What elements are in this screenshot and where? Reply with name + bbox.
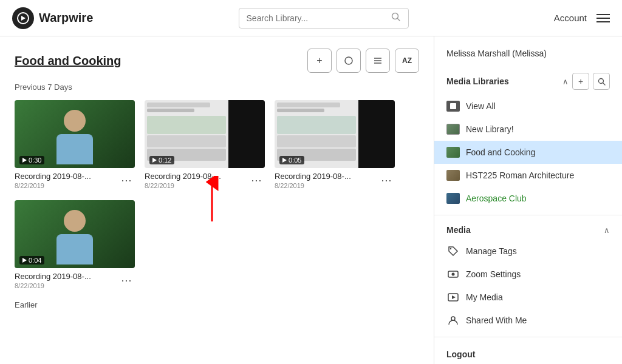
search-library-button[interactable]	[593, 73, 610, 90]
video-more-button[interactable]: ⋯	[248, 172, 265, 189]
circle-button[interactable]	[337, 49, 361, 73]
svg-point-13	[452, 273, 455, 276]
header-right: Account	[554, 13, 610, 23]
svg-point-11	[450, 248, 451, 249]
sidebar-item-my-media[interactable]: My Media	[434, 286, 622, 309]
video-thumbnail: 0:04	[15, 200, 135, 268]
svg-point-3	[345, 57, 352, 64]
earlier-section-label: Earlier	[15, 300, 419, 309]
video-more-button[interactable]: ⋯	[118, 272, 135, 289]
person-figure	[50, 104, 99, 164]
collapse-media-icon[interactable]: ∧	[604, 226, 610, 235]
video-duration: 0:05	[279, 156, 304, 164]
video-info: Recording 2019-08-... 8/22/2019 ⋯	[145, 168, 265, 190]
add-library-button[interactable]: +	[572, 73, 589, 90]
video-duration: 0:30	[19, 156, 44, 164]
sidebar-item-label: New Library!	[466, 124, 514, 134]
video-thumbnail: 0:30	[15, 100, 135, 168]
video-info: Recording 2019-08-... 8/22/2019 ⋯	[275, 168, 395, 190]
video-card: 0:12 Recording 2019-08-... 8/22/2019 ⋯	[145, 100, 265, 190]
new-library-icon	[446, 123, 460, 136]
video-info: Recording 2019-08-... 8/22/2019 ⋯	[15, 168, 135, 190]
search-input[interactable]	[247, 13, 386, 23]
video-date: 8/22/2019	[145, 182, 248, 189]
play-icon	[22, 258, 27, 263]
sidebar-item-aerospace[interactable]: Aerospace Club	[434, 187, 622, 210]
add-button[interactable]: +	[307, 49, 332, 73]
video-more-button[interactable]: ⋯	[378, 172, 395, 189]
sidebar-media-title: Media	[446, 225, 471, 235]
person-icon	[446, 314, 460, 327]
roman-icon	[446, 169, 460, 182]
sidebar-item-label: Food and Cooking	[466, 147, 535, 157]
video-date: 8/22/2019	[15, 282, 118, 289]
page-title-row: Food and Cooking + AZ	[15, 49, 419, 73]
play-icon	[282, 158, 287, 163]
logout-button[interactable]: Logout	[434, 342, 622, 364]
sort-az-button[interactable]: AZ	[395, 49, 419, 73]
play-icon	[22, 158, 27, 163]
my-media-icon	[446, 291, 460, 304]
search-icon	[391, 12, 401, 24]
collapse-libraries-icon[interactable]: ∧	[562, 77, 569, 86]
recent-section-label: Previous 7 Days	[15, 83, 419, 92]
sidebar-user: Melissa Marshall (Melissa)	[434, 46, 622, 68]
sidebar-media-header: Media ∧	[434, 220, 622, 240]
sidebar-item-label: HST225 Roman Architecture	[466, 170, 574, 180]
video-card: 0:04 Recording 2019-08-... 8/22/2019 ⋯	[15, 200, 135, 291]
sidebar-item-label: View All	[466, 101, 496, 111]
sidebar-item-roman[interactable]: HST225 Roman Architecture	[434, 164, 622, 187]
aerospace-icon	[446, 192, 460, 205]
sidebar-media-libraries-header: Media Libraries ∧ +	[434, 68, 622, 95]
video-date: 8/22/2019	[15, 182, 118, 189]
video-duration: 0:04	[19, 256, 44, 265]
video-grid-row1: 0:30 Recording 2019-08-... 8/22/2019 ⋯	[15, 100, 419, 190]
sidebar-item-label: My Media	[466, 292, 503, 302]
sidebar: Melissa Marshall (Melissa) Media Librari…	[434, 36, 622, 364]
sidebar-item-viewall[interactable]: View All	[434, 95, 622, 118]
account-button[interactable]: Account	[554, 13, 587, 23]
video-name: Recording 2019-08-...	[15, 272, 118, 281]
video-date: 8/22/2019	[275, 182, 378, 189]
sidebar-divider-2	[434, 337, 622, 337]
search-bar[interactable]	[239, 8, 409, 29]
svg-marker-15	[452, 295, 456, 299]
sidebar-media-libraries-title: Media Libraries	[446, 76, 509, 86]
sidebar-item-label: Manage Tags	[466, 246, 517, 256]
svg-line-2	[397, 18, 400, 21]
person-figure	[50, 204, 99, 265]
sidebar-item-food-cooking[interactable]: Food and Cooking	[434, 141, 622, 164]
video-name: Recording 2019-08-...	[15, 172, 118, 181]
sidebar-divider	[434, 215, 622, 215]
video-duration: 0:12	[149, 156, 174, 164]
main-content: Food and Cooking + AZ Previous 7 Days	[0, 36, 434, 364]
svg-point-16	[451, 317, 455, 320]
hamburger-menu[interactable]	[596, 14, 610, 22]
video-thumbnail: 0:12	[145, 100, 265, 168]
logo-icon	[12, 7, 34, 29]
layout: Food and Cooking + AZ Previous 7 Days	[0, 36, 622, 364]
app-header: Warpwire Account	[0, 0, 622, 36]
sidebar-item-manage-tags[interactable]: Manage Tags	[434, 240, 622, 263]
play-icon	[152, 158, 157, 163]
sidebar-item-label: Zoom Settings	[466, 269, 521, 279]
video-info: Recording 2019-08-... 8/22/2019 ⋯	[15, 268, 135, 291]
svg-line-10	[603, 83, 605, 85]
food-cooking-icon	[446, 146, 460, 159]
video-more-button[interactable]: ⋯	[118, 172, 135, 189]
logo-area[interactable]: Warpwire	[12, 7, 93, 29]
video-name: Recording 2019-08-...	[145, 172, 248, 181]
video-card: 0:30 Recording 2019-08-... 8/22/2019 ⋯	[15, 100, 135, 190]
video-thumbnail: 0:05	[275, 100, 395, 168]
sidebar-item-zoom-settings[interactable]: Zoom Settings	[434, 263, 622, 286]
video-name: Recording 2019-08-...	[275, 172, 378, 181]
page-title: Food and Cooking	[15, 54, 121, 68]
sidebar-item-new-library[interactable]: New Library!	[434, 118, 622, 141]
toolbar: + AZ	[307, 49, 419, 73]
zoom-icon	[446, 268, 460, 281]
list-view-button[interactable]	[366, 49, 390, 73]
tag-icon	[446, 244, 460, 258]
video-card: 0:05 Recording 2019-08-... 8/22/2019 ⋯	[275, 100, 395, 190]
sidebar-item-shared-with-me[interactable]: Shared With Me	[434, 309, 622, 332]
logo-text: Warpwire	[39, 11, 93, 25]
